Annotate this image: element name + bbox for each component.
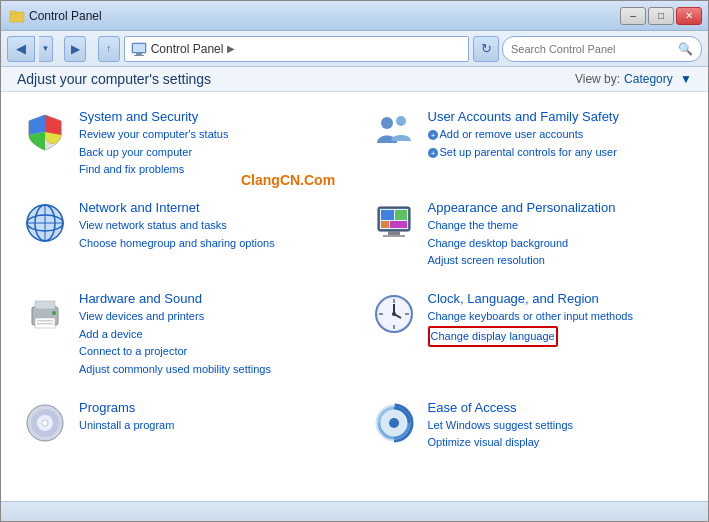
clock-title[interactable]: Clock, Language, and Region [428,291,599,306]
window-icon [9,8,25,24]
category-user-accounts: User Accounts and Family Safety +Add or … [370,102,689,185]
svg-point-31 [52,311,56,315]
address-path[interactable]: Control Panel ▶ [124,36,469,62]
svg-point-44 [42,420,48,426]
forward-button[interactable]: ▶ [64,36,86,62]
close-button[interactable]: ✕ [676,7,702,25]
hardware-link-2[interactable]: Add a device [79,326,340,344]
category-clock: Clock, Language, and Region Change keybo… [370,284,689,385]
svg-rect-23 [390,221,407,228]
svg-point-6 [381,117,393,129]
clock-content: Clock, Language, and Region Change keybo… [428,290,689,347]
category-hardware: Hardware and Sound View devices and prin… [21,284,340,385]
user-accounts-content: User Accounts and Family Safety +Add or … [428,108,689,161]
address-bar: ◀ ▼ ▶ ↑ Control Panel ▶ ↻ 🔍 [1,31,708,67]
view-by-current: Category [624,72,673,86]
ease-link-2[interactable]: Optimize visual display [428,434,689,452]
network-content: Network and Internet View network status… [79,199,340,252]
title-bar: Control Panel – □ ✕ [1,1,708,31]
hardware-link-3[interactable]: Connect to a projector [79,343,340,361]
hardware-link-4[interactable]: Adjust commonly used mobility settings [79,361,340,379]
path-root: Control Panel [151,42,224,56]
path-monitor-icon [131,41,147,57]
svg-rect-24 [388,231,400,235]
clock-link-2[interactable]: Change display language [428,326,558,348]
category-ease-of-access: Ease of Access Let Windows suggest setti… [370,393,689,458]
svg-text:+: + [430,149,435,158]
system-security-title[interactable]: System and Security [79,109,198,124]
svg-point-7 [396,116,406,126]
appearance-link-1[interactable]: Change the theme [428,217,689,235]
svg-rect-25 [383,235,405,237]
search-input[interactable] [511,43,674,55]
address-right: ↻ 🔍 [473,36,702,62]
system-link-3[interactable]: Find and fix problems [79,161,340,179]
highlight-change-display-language[interactable]: Change display language [428,326,558,348]
view-by-dropdown[interactable]: Category ▼ [624,72,692,86]
appearance-content: Appearance and Personalization Change th… [428,199,689,270]
ease-of-access-icon [370,399,418,447]
programs-title[interactable]: Programs [79,400,135,415]
categories-grid: System and Security Review your computer… [1,92,708,468]
network-title[interactable]: Network and Internet [79,200,200,215]
svg-rect-27 [35,301,55,309]
system-link-2[interactable]: Back up your computer [79,144,340,162]
ease-of-access-content: Ease of Access Let Windows suggest setti… [428,399,689,452]
svg-rect-20 [381,210,394,220]
ease-link-1[interactable]: Let Windows suggest settings [428,417,689,435]
category-network: Network and Internet View network status… [21,193,340,276]
svg-text:+: + [430,131,435,140]
user-accounts-title[interactable]: User Accounts and Family Safety [428,109,619,124]
appearance-link-3[interactable]: Adjust screen resolution [428,252,689,270]
user-link-1[interactable]: +Add or remove user accounts [428,126,689,144]
svg-rect-5 [133,44,145,52]
svg-rect-1 [10,11,16,14]
title-bar-left: Control Panel [9,8,102,24]
hardware-content: Hardware and Sound View devices and prin… [79,290,340,379]
content-area: Adjust your computer's settings View by:… [1,67,708,501]
clock-icon [370,290,418,338]
svg-point-40 [392,312,396,316]
back-dropdown-button[interactable]: ▼ [39,36,53,62]
maximize-button[interactable]: □ [648,7,674,25]
svg-rect-29 [37,320,53,322]
programs-content: Programs Uninstall a program [79,399,340,435]
appearance-link-2[interactable]: Change desktop background [428,235,689,253]
hardware-title[interactable]: Hardware and Sound [79,291,202,306]
system-security-icon [21,108,69,156]
appearance-icon [370,199,418,247]
programs-icon [21,399,69,447]
user-accounts-icon [370,108,418,156]
up-button[interactable]: ↑ [98,36,120,62]
svg-point-47 [389,418,399,428]
svg-rect-3 [136,53,142,55]
svg-rect-22 [381,221,389,228]
path-separator: ▶ [227,43,235,54]
system-link-1[interactable]: Review your computer's status [79,126,340,144]
status-bar [1,501,708,521]
refresh-button[interactable]: ↻ [473,36,499,62]
view-by-arrow-icon: ▼ [680,72,692,86]
view-by-control: View by: Category ▼ [575,72,692,86]
category-appearance: Appearance and Personalization Change th… [370,193,689,276]
user-link-2[interactable]: +Set up parental controls for any user [428,144,689,162]
clock-link-1[interactable]: Change keyboards or other input methods [428,308,689,326]
hardware-icon [21,290,69,338]
back-button[interactable]: ◀ [7,36,35,62]
page-title: Adjust your computer's settings [17,71,211,87]
network-icon [21,199,69,247]
window-controls: – □ ✕ [620,7,702,25]
ease-of-access-title[interactable]: Ease of Access [428,400,517,415]
programs-link-1[interactable]: Uninstall a program [79,417,340,435]
window-title: Control Panel [29,9,102,23]
toolbar: Adjust your computer's settings View by:… [1,67,708,92]
search-box: 🔍 [502,36,702,62]
system-security-content: System and Security Review your computer… [79,108,340,179]
network-link-1[interactable]: View network status and tasks [79,217,340,235]
appearance-title[interactable]: Appearance and Personalization [428,200,616,215]
category-programs: Programs Uninstall a program [21,393,340,458]
network-link-2[interactable]: Choose homegroup and sharing options [79,235,340,253]
hardware-link-1[interactable]: View devices and printers [79,308,340,326]
minimize-button[interactable]: – [620,7,646,25]
category-system-security: System and Security Review your computer… [21,102,340,185]
